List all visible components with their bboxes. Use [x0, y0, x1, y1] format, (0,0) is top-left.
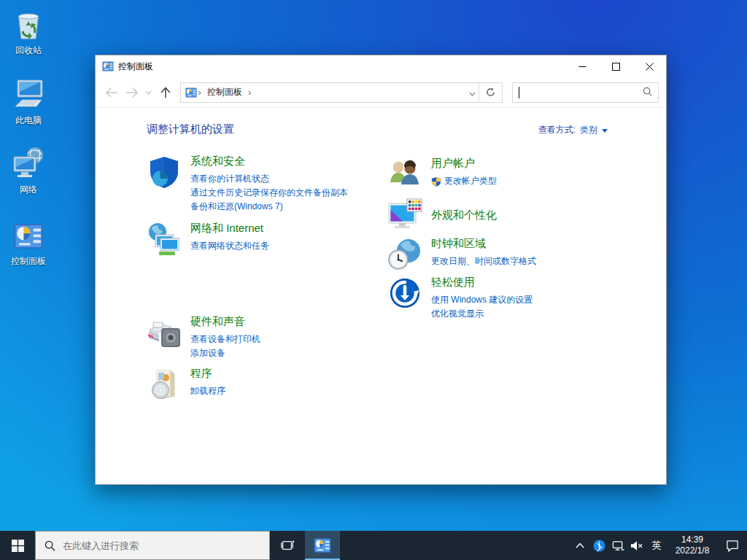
category-title[interactable]: 硬件和声音	[190, 315, 260, 329]
search-icon	[44, 540, 55, 551]
category-link-label: 更改帐户类型	[444, 174, 497, 188]
control-panel-icon	[314, 537, 331, 554]
category-link[interactable]: 查看设备和打印机	[190, 332, 260, 346]
network-internet-icon[interactable]	[147, 222, 182, 257]
windows-logo-icon	[12, 540, 24, 552]
control-panel-icon	[102, 61, 114, 72]
forward-button[interactable]	[122, 82, 142, 103]
taskbar-search[interactable]	[35, 531, 270, 560]
category-clock-region: 时钟和区域 更改日期、时间或数字格式	[387, 237, 614, 272]
close-button[interactable]	[632, 55, 666, 77]
view-by-dropdown[interactable]: 类别	[580, 124, 597, 136]
tray-language-indicator[interactable]: 英	[646, 531, 667, 560]
taskbar-clock[interactable]: 14:39 2022/1/8	[667, 531, 718, 560]
speaker-mute-icon	[630, 540, 643, 551]
user-accounts-icon[interactable]	[387, 157, 422, 192]
appearance-personalization-icon[interactable]	[387, 197, 422, 232]
tray-volume-muted[interactable]	[627, 531, 646, 560]
taskbar-control-panel-button[interactable]	[305, 531, 340, 560]
category-title[interactable]: 外观和个性化	[431, 197, 497, 222]
uac-shield-icon	[431, 176, 441, 187]
network-status-icon	[612, 540, 624, 552]
category-system-security: 系统和安全 查看你的计算机状态 通过文件历史记录保存你的文件备份副本 备份和还原…	[147, 155, 373, 214]
control-panel-content: 调整计算机的设置 查看方式: 类别 系统和安全 查看你的计算机状态 通过文件历史…	[96, 108, 666, 484]
text-cursor	[519, 87, 519, 98]
back-button[interactable]	[101, 82, 122, 103]
category-title[interactable]: 网络和 Internet	[190, 222, 269, 236]
category-user-accounts: 用户帐户 更改帐户类型	[387, 157, 614, 192]
title-bar[interactable]: 控制面板	[96, 55, 666, 77]
tray-show-hidden-icons[interactable]	[570, 531, 589, 560]
maximize-button[interactable]	[599, 55, 632, 77]
breadcrumb-chevron-icon[interactable]: ›	[248, 87, 251, 98]
navigation-bar: › 控制面板 ›	[96, 77, 666, 108]
desktop-icon-label: 回收站	[15, 44, 42, 57]
task-view-button[interactable]	[270, 531, 305, 560]
bluetooth-icon	[593, 540, 605, 552]
category-link[interactable]: 更改日期、时间或数字格式	[431, 254, 536, 268]
breadcrumb-chevron-icon[interactable]: ›	[198, 87, 201, 98]
desktop-icon-label: 控制面板	[11, 255, 46, 268]
category-link[interactable]: 添加设备	[190, 346, 260, 360]
category-link[interactable]: 备份和还原(Windows 7)	[190, 200, 348, 214]
desktop-icon-control-panel[interactable]: 控制面板	[1, 221, 55, 268]
category-appearance-personalization: 外观和个性化	[387, 197, 614, 232]
address-dropdown-icon[interactable]	[469, 86, 476, 99]
category-title[interactable]: 时钟和区域	[431, 237, 536, 251]
action-center-button[interactable]	[718, 531, 747, 560]
desktop-icon-label: 此电脑	[15, 114, 42, 127]
recycle-bin-icon	[12, 7, 45, 41]
start-button[interactable]	[0, 531, 35, 560]
category-programs: 程序 卸载程序	[147, 367, 373, 402]
tray-time: 14:39	[681, 534, 703, 545]
chevron-up-icon	[576, 542, 584, 548]
category-link[interactable]: 通过文件历史记录保存你的文件备份副本	[190, 186, 348, 200]
tray-network[interactable]	[608, 531, 627, 560]
clock-region-icon[interactable]	[387, 237, 422, 272]
category-link[interactable]: 优化视觉显示	[431, 307, 533, 321]
control-panel-icon	[13, 221, 44, 252]
control-panel-icon	[185, 87, 197, 98]
taskbar-search-input[interactable]	[63, 540, 245, 551]
tray-date: 2022/1/8	[676, 545, 710, 556]
tray-bluetooth[interactable]	[589, 531, 608, 560]
desktop-icon-recycle-bin[interactable]: 回收站	[1, 7, 55, 57]
category-title[interactable]: 程序	[190, 367, 225, 381]
category-link[interactable]: 卸载程序	[190, 384, 225, 398]
category-link[interactable]: 使用 Windows 建议的设置	[431, 293, 533, 307]
category-title[interactable]: 用户帐户	[431, 157, 497, 171]
this-pc-icon	[11, 76, 46, 111]
category-network-internet: 网络和 Internet 查看网络状态和任务	[147, 222, 373, 257]
window-title: 控制面板	[118, 61, 153, 73]
refresh-button[interactable]	[479, 82, 503, 103]
programs-icon[interactable]	[147, 367, 182, 402]
address-bar[interactable]: › 控制面板 ›	[180, 82, 479, 103]
desktop-icon-network[interactable]: 网络	[1, 145, 55, 196]
category-hardware-sound: 硬件和声音 查看设备和打印机 添加设备	[147, 315, 373, 360]
control-panel-window: 控制面板 › 控制面板	[95, 55, 667, 485]
page-title: 调整计算机的设置	[147, 122, 234, 136]
up-button[interactable]	[155, 82, 176, 103]
search-icon	[643, 86, 652, 99]
category-title[interactable]: 系统和安全	[190, 155, 348, 168]
desktop-icon-this-pc[interactable]: 此电脑	[1, 76, 55, 127]
action-center-icon	[726, 540, 739, 552]
category-ease-of-access: 轻松使用 使用 Windows 建议的设置 优化视觉显示	[387, 276, 614, 321]
view-by-label: 查看方式:	[538, 124, 576, 136]
ease-of-access-icon[interactable]	[387, 276, 422, 311]
chevron-down-icon[interactable]	[602, 129, 608, 133]
system-security-icon[interactable]	[147, 155, 182, 190]
category-link[interactable]: 更改帐户类型	[431, 174, 497, 188]
category-title[interactable]: 轻松使用	[431, 276, 533, 289]
network-icon	[11, 145, 46, 180]
hardware-sound-icon[interactable]	[147, 315, 182, 350]
task-view-icon	[280, 538, 295, 553]
category-link[interactable]: 查看你的计算机状态	[190, 172, 348, 186]
breadcrumb[interactable]: 控制面板	[207, 86, 242, 98]
desktop-icon-label: 网络	[20, 184, 37, 196]
category-link[interactable]: 查看网络状态和任务	[190, 239, 269, 253]
search-input[interactable]	[512, 82, 659, 103]
minimize-button[interactable]	[565, 55, 599, 77]
taskbar: 英 14:39 2022/1/8	[0, 531, 747, 560]
recent-locations-dropdown[interactable]	[142, 82, 155, 103]
